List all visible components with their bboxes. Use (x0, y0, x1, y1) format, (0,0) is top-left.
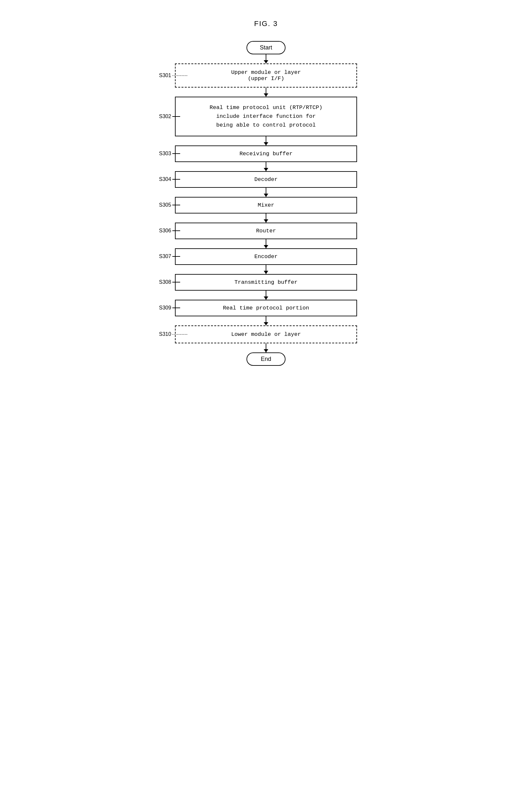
arrow-7 (266, 239, 266, 248)
figure-title: FIG. 3 (152, 19, 380, 28)
arrow-10 (266, 316, 266, 325)
label-S309: S309 (159, 305, 180, 311)
box-S302-line3: being able to control protocol (183, 121, 349, 130)
label-S304-text: S304 (159, 176, 171, 182)
label-S304: S304 (159, 176, 180, 182)
box-S302: Real time protocol unit (RTP/RTCP) inclu… (175, 97, 357, 136)
arrow-4 (266, 162, 266, 171)
arrow-8 (266, 265, 266, 274)
step-start: Start (152, 41, 380, 54)
step-S308: S308 Transmitting buffer (152, 274, 380, 291)
box-S304: Decoder (175, 171, 357, 188)
step-S304: S304 Decoder (152, 171, 380, 188)
step-S303: S303 Receiving buffer (152, 145, 380, 162)
box-S301-line2: (upper I/F) (183, 76, 349, 82)
step-S302: S302 Real time protocol unit (RTP/RTCP) … (152, 97, 380, 136)
label-S301-text: S301 (159, 72, 171, 78)
box-S305: Mixer (175, 197, 357, 213)
arrow-11 (266, 343, 266, 353)
label-S310: S310 (159, 331, 187, 337)
box-S306: Router (175, 223, 357, 239)
label-S302: S302 (159, 114, 180, 119)
box-S302-line2: include interface function for (183, 112, 349, 121)
step-S305: S305 Mixer (152, 197, 380, 213)
box-S309: Real time protocol portion (175, 300, 357, 316)
solid-connector-S308 (172, 282, 180, 282)
label-S302-text: S302 (159, 114, 171, 119)
label-S305: S305 (159, 202, 180, 208)
step-end: End (152, 353, 380, 366)
solid-connector-S306 (172, 230, 180, 231)
page: FIG. 3 Start S301 Upper module or layer … (133, 6, 399, 379)
box-S308: Transmitting buffer (175, 274, 357, 291)
step-S309: S309 Real time protocol portion (152, 300, 380, 316)
box-S301: Upper module or layer (upper I/F) (175, 63, 357, 87)
label-S310-text: S310 (159, 331, 171, 337)
box-S302-line1: Real time protocol unit (RTP/RTCP) (183, 103, 349, 112)
terminal-end: End (247, 353, 285, 366)
flowchart: Start S301 Upper module or layer (upper … (152, 41, 380, 366)
solid-connector-S303 (172, 153, 180, 154)
label-S306-text: S306 (159, 228, 171, 234)
box-S303: Receiving buffer (175, 145, 357, 162)
arrow-6 (266, 213, 266, 223)
solid-connector-S309 (172, 308, 180, 308)
solid-connector-S304 (172, 179, 180, 180)
arrow-9 (266, 291, 266, 300)
label-S308-text: S308 (159, 279, 171, 285)
box-S310-line1: Lower module or layer (183, 331, 349, 338)
label-S309-text: S309 (159, 305, 171, 311)
arrow-2 (266, 87, 266, 97)
label-S301: S301 (159, 72, 187, 78)
step-S306: S306 Router (152, 223, 380, 239)
solid-connector-S307 (172, 256, 180, 257)
dash-connector-S310 (172, 334, 187, 335)
step-S310: S310 Lower module or layer (152, 325, 380, 343)
box-S307: Encoder (175, 248, 357, 265)
solid-connector-S302 (172, 116, 180, 117)
box-S301-line1: Upper module or layer (183, 69, 349, 76)
label-S306: S306 (159, 228, 180, 234)
step-S301: S301 Upper module or layer (upper I/F) (152, 63, 380, 87)
arrow-3 (266, 136, 266, 145)
solid-connector-S305 (172, 205, 180, 205)
arrow-1 (266, 54, 266, 63)
terminal-start: Start (247, 41, 285, 54)
box-S310: Lower module or layer (175, 325, 357, 343)
label-S307-text: S307 (159, 254, 171, 259)
label-S307: S307 (159, 254, 180, 259)
label-S303: S303 (159, 151, 180, 157)
label-S303-text: S303 (159, 151, 171, 157)
label-S308: S308 (159, 279, 180, 285)
dash-connector-S301 (172, 76, 187, 76)
step-S307: S307 Encoder (152, 248, 380, 265)
arrow-5 (266, 188, 266, 197)
label-S305-text: S305 (159, 202, 171, 208)
